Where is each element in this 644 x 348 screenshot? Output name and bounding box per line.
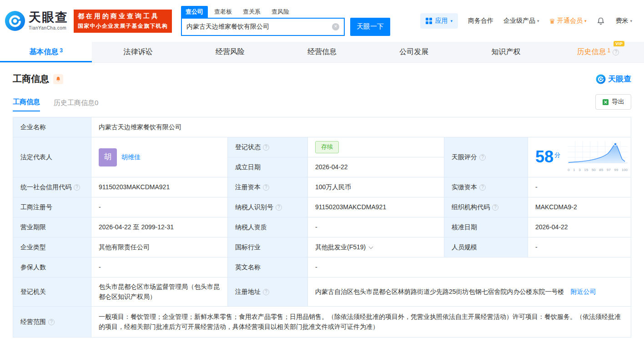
- main-content: 工商信息 天眼查 工商信息 历史工商信息0 导出: [0, 73, 644, 338]
- search-tab-company[interactable]: 查公司: [181, 6, 208, 18]
- enterprise-product-link[interactable]: 企业级产品 ▾: [503, 17, 539, 25]
- score-chart: 013 155085 9799100: [568, 141, 628, 173]
- open-vip-label: 开通会员: [557, 17, 583, 25]
- field-label-legal-rep: 法定代表人: [13, 137, 91, 177]
- legal-rep-avatar[interactable]: 胡: [99, 148, 117, 166]
- field-value-paid-capital: -: [528, 177, 631, 197]
- legal-rep-name-link[interactable]: 胡维佳: [121, 152, 141, 162]
- field-label-industry: 国标行业: [228, 237, 308, 257]
- help-icon[interactable]: ?: [479, 184, 486, 191]
- chevron-down-icon: ▾: [537, 19, 539, 23]
- field-label-company-type: 企业类型: [13, 237, 91, 257]
- field-value-reg-capital: 100万人民币: [308, 177, 444, 197]
- tianyancha-logo[interactable]: 天眼查 TianYanCha.com: [5, 10, 68, 31]
- field-label-registry: 登记机关: [13, 277, 91, 307]
- field-label-reg-number: 工商注册号: [13, 197, 91, 217]
- field-label-insured: 参保人数: [13, 257, 91, 277]
- tab-label: 历史信息: [577, 47, 606, 57]
- field-value-insured: -: [91, 257, 228, 277]
- nearby-companies-link[interactable]: 附近公司: [570, 288, 596, 295]
- monitor-bell-icon[interactable]: [53, 74, 63, 84]
- tab-count: 1: [607, 47, 610, 54]
- status-badge: 存续: [315, 141, 339, 153]
- search-area: 查公司 查老板 查关系 查风险 × 天眼一下: [181, 6, 390, 36]
- company-search-input[interactable]: [182, 19, 344, 35]
- field-value-term: 2026-04-22 至 2099-12-31: [91, 217, 228, 237]
- field-label-english-name: 英文名称: [228, 257, 308, 277]
- field-value-staff-size: -: [528, 237, 631, 257]
- tab-count: 3: [60, 47, 63, 54]
- search-button[interactable]: 天眼一下: [350, 18, 390, 36]
- field-value-credit-code: 91150203MAKCDMA921: [91, 177, 228, 197]
- field-label-approval-date: 核准日期: [444, 217, 528, 237]
- header-right: 应用 ▾ 商务合作 企业级产品 ▾ ♛ 开通会员 ▾ 费米 ▾: [420, 13, 632, 29]
- search-input-wrap: ×: [181, 18, 345, 36]
- search-tab-boss[interactable]: 查老板: [210, 6, 236, 18]
- field-label-reg-status: 登记状态?: [228, 137, 308, 157]
- tab-history-info[interactable]: 历史信息 1 ? VIP: [552, 42, 644, 62]
- watermark-text: 天眼查: [608, 74, 631, 84]
- tab-label: 知识产权: [492, 47, 521, 57]
- help-icon[interactable]: ?: [263, 184, 269, 191]
- field-label-staff-size: 人员规模: [444, 237, 528, 257]
- search-tab-relation[interactable]: 查关系: [238, 6, 265, 18]
- chevron-down-icon: ▾: [584, 19, 587, 23]
- field-value-address: 内蒙古自治区包头市昆都仑区林荫路街道少先路25街坊包钢七宿舍院内办公楼东院一号楼…: [308, 277, 631, 307]
- tab-operation-risk[interactable]: 经营风险: [184, 42, 276, 62]
- help-icon[interactable]: ?: [276, 204, 282, 211]
- watermark-logo-icon: [596, 74, 606, 84]
- subtab-business-info[interactable]: 工商信息: [13, 98, 40, 111]
- table-row: 法定代表人 胡 胡维佳 登记状态? 存续 天眼评分?: [13, 137, 631, 157]
- table-row: 参保人数 - 英文名称 -: [13, 257, 631, 277]
- user-menu[interactable]: 费米 ▾: [615, 17, 632, 25]
- tab-intellectual-property[interactable]: 知识产权: [460, 42, 552, 62]
- field-label-company-name: 企业名称: [13, 117, 91, 137]
- help-icon[interactable]: ?: [613, 49, 619, 55]
- apps-label: 应用: [435, 17, 448, 25]
- clear-input-icon[interactable]: ×: [332, 23, 339, 30]
- field-value-registry: 包头市昆都仑区市场监督管理局（包头市昆都仑区知识产权局）: [91, 277, 228, 307]
- tab-legal-lawsuits[interactable]: 法律诉讼: [92, 42, 184, 62]
- help-icon[interactable]: ?: [479, 154, 486, 161]
- apps-button[interactable]: 应用 ▾: [420, 13, 458, 29]
- field-label-term: 营业期限: [13, 217, 91, 237]
- field-value-company-name: 内蒙古天边维家餐饮有限公司: [91, 117, 631, 137]
- tab-label: 法律诉讼: [123, 47, 152, 57]
- tab-label: 基本信息: [29, 47, 58, 57]
- tianyancha-logo-icon: [5, 10, 25, 31]
- tab-label: 经营风险: [216, 47, 245, 57]
- help-icon[interactable]: ?: [74, 184, 80, 191]
- biz-cooperation-link[interactable]: 商务合作: [468, 17, 493, 25]
- field-value-org-code: MAKCDMA9-2: [528, 197, 631, 217]
- top-header: 天眼查 TianYanCha.com 都在用的商业查询工具 国家中小企业发展子基…: [0, 0, 644, 42]
- export-button[interactable]: 导出: [595, 94, 631, 110]
- field-label-credit-code: 统一社会信用代码?: [13, 177, 91, 197]
- subtab-history-business-info[interactable]: 历史工商信息0: [54, 99, 98, 111]
- field-value-taxpayer-id: 91150203MAKCDMA921: [308, 197, 444, 217]
- search-tab-risk[interactable]: 查风险: [267, 6, 294, 18]
- business-info-table: 企业名称 内蒙古天边维家餐饮有限公司 法定代表人 胡 胡维佳 登记状态? 存续: [13, 117, 631, 338]
- notification-bell-icon[interactable]: [596, 16, 605, 25]
- open-vip-link[interactable]: ♛ 开通会员 ▾: [549, 17, 586, 25]
- help-icon[interactable]: ?: [263, 289, 269, 295]
- logo-brand-text: 天眼查: [29, 11, 68, 24]
- tab-operation-info[interactable]: 经营信息: [276, 42, 368, 62]
- table-row: 工商注册号 - 纳税人识别号? 91150203MAKCDMA921 组织机构代…: [13, 197, 631, 217]
- help-icon[interactable]: ?: [48, 319, 55, 325]
- score-unit: 分: [554, 151, 560, 160]
- expand-chevron-icon[interactable]: [369, 244, 373, 249]
- slogan-line1: 都在用的商业查询工具: [78, 12, 168, 20]
- enterprise-product-label: 企业级产品: [503, 17, 535, 25]
- help-icon[interactable]: ?: [263, 144, 269, 151]
- table-row: 企业名称 内蒙古天边维家餐饮有限公司: [13, 117, 631, 137]
- subtabs: 工商信息 历史工商信息0 导出: [13, 94, 631, 111]
- table-row: 统一社会信用代码? 91150203MAKCDMA921 注册资本? 100万人…: [13, 177, 631, 197]
- excel-export-icon: [602, 99, 609, 106]
- tab-company-development[interactable]: 公司发展: [368, 42, 460, 62]
- tab-basic-info[interactable]: 基本信息 3: [0, 42, 92, 62]
- field-label-taxpayer-quality: 纳税人资质: [228, 217, 308, 237]
- field-label-org-code: 组织机构代码?: [444, 197, 528, 217]
- field-label-reg-capital: 注册资本?: [228, 177, 308, 197]
- field-value-business-scope: 一般项目：餐饮管理；企业管理；新鲜水果零售；食用农产品零售；日用品销售。（除依法…: [91, 307, 631, 338]
- help-icon[interactable]: ?: [492, 204, 498, 211]
